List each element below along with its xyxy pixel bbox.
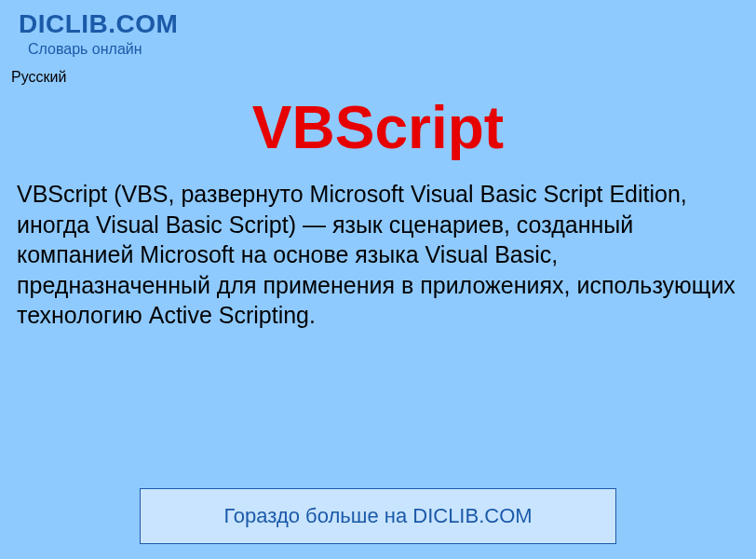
article-body: VBScript (VBS, развернуто Microsoft Visu… <box>0 179 756 331</box>
article-title: VBScript <box>0 93 756 162</box>
language-selector[interactable]: Русский <box>11 69 66 85</box>
site-tagline: Словарь онлайн <box>28 41 737 58</box>
cta-box: Гораздо больше на DICLIB.COM <box>140 488 616 544</box>
cta-link[interactable]: Гораздо больше на DICLIB.COM <box>223 504 532 527</box>
language-row: Русский <box>0 61 756 86</box>
site-name-link[interactable]: DICLIB.COM <box>19 9 737 39</box>
site-header: DICLIB.COM Словарь онлайн <box>0 0 756 61</box>
